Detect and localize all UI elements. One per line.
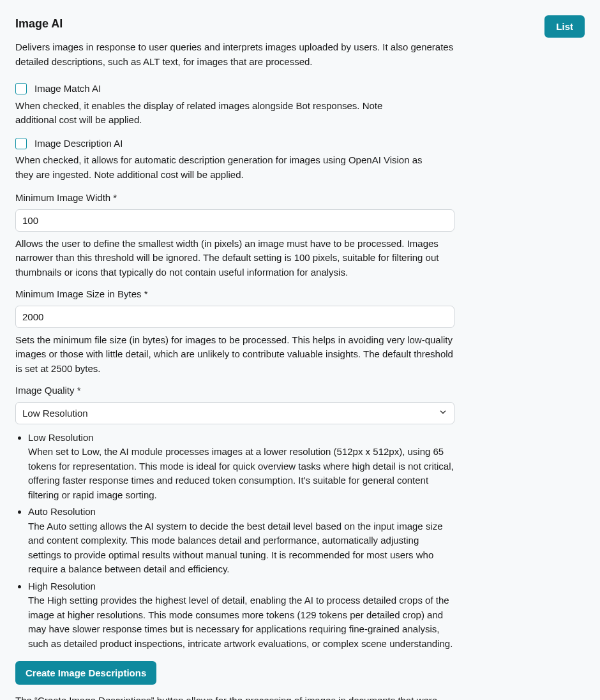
image-description-label: Image Description AI	[34, 137, 123, 151]
image-quality-select[interactable]: Low Resolution Auto Resolution High Reso…	[15, 402, 454, 424]
quality-low-title: Low Resolution	[28, 432, 94, 443]
image-description-checkbox[interactable]	[15, 138, 27, 149]
min-width-input[interactable]	[15, 209, 454, 232]
image-match-hint: When checked, it enables the display of …	[15, 99, 424, 128]
image-quality-label: Image Quality *	[15, 384, 454, 398]
quality-low-desc: When set to Low, the AI module processes…	[28, 446, 454, 500]
page-intro: Delivers images in response to user quer…	[15, 40, 454, 69]
list-button[interactable]: List	[544, 15, 585, 38]
min-width-hint: Allows the user to define the smallest w…	[15, 237, 454, 280]
list-item: Auto Resolution The Auto setting allows …	[28, 505, 454, 577]
min-size-input[interactable]	[15, 306, 454, 328]
create-image-descriptions-hint: The “Create Image Descriptions” button a…	[15, 694, 454, 700]
min-size-label: Minimum Image Size in Bytes *	[15, 287, 454, 302]
image-description-hint: When checked, it allows for automatic de…	[15, 153, 424, 182]
min-size-hint: Sets the minimum file size (in bytes) fo…	[15, 333, 454, 376]
image-match-label: Image Match AI	[34, 82, 101, 96]
quality-auto-desc: The Auto setting allows the AI system to…	[28, 521, 443, 575]
list-item: High Resolution The High setting provide…	[28, 579, 454, 652]
image-quality-options-list: Low Resolution When set to Low, the AI m…	[15, 431, 454, 652]
quality-auto-title: Auto Resolution	[28, 506, 96, 517]
list-item: Low Resolution When set to Low, the AI m…	[28, 431, 454, 503]
image-match-checkbox[interactable]	[15, 83, 27, 94]
create-image-descriptions-button[interactable]: Create Image Descriptions	[15, 661, 156, 685]
page-title: Image AI	[15, 15, 454, 33]
quality-high-desc: The High setting provides the highest le…	[28, 595, 453, 649]
min-width-label: Minimum Image Width *	[15, 191, 454, 205]
quality-high-title: High Resolution	[28, 581, 96, 592]
